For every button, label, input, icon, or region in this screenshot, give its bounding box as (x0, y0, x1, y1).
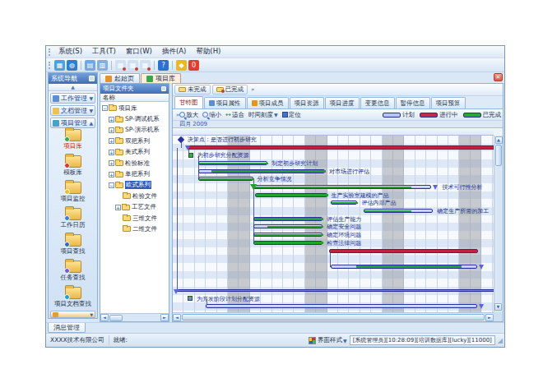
menu-item[interactable]: 帮助(H) (191, 46, 225, 58)
task-bar[interactable] (253, 185, 431, 189)
sidebar-bottom-group[interactable]: ▼ (50, 311, 95, 318)
menu-item[interactable]: 系统(S) (53, 46, 87, 58)
task-bar[interactable] (198, 177, 253, 181)
tree-item-项目库[interactable]: −项目库 (100, 103, 169, 113)
task-bar[interactable] (255, 193, 327, 197)
tree-item-美式系列[interactable]: +美式系列 (100, 147, 169, 158)
tree-item-双把系列[interactable]: +双把系列 (100, 136, 169, 146)
expander-icon[interactable]: − (109, 182, 114, 188)
scroll-thumb[interactable] (182, 314, 485, 321)
chevron-icon[interactable]: ▲ (89, 120, 93, 126)
gantt-tab-甘特图[interactable]: 甘特图 (174, 96, 203, 108)
gantt-tab-项目进度[interactable]: 项目进度 (325, 97, 360, 108)
tree-item-SP-调试机系[interactable]: +SP-调试机系 (100, 113, 169, 124)
chevron-more-icon[interactable]: » (251, 86, 254, 93)
tree-horizontal-scrollbar[interactable]: ◄ ► (100, 313, 169, 321)
expander-icon[interactable]: + (109, 127, 114, 133)
task-bar[interactable] (331, 265, 477, 269)
tree-item-单把系列[interactable]: +单把系列 (100, 168, 169, 179)
task-bar[interactable] (253, 241, 323, 245)
gantt-tab-暂停信息[interactable]: 暂停信息 (396, 97, 430, 108)
sidebar-item-任务查找[interactable]: 任务查找 (49, 261, 97, 286)
expander-icon[interactable]: + (109, 160, 114, 166)
expander-icon[interactable]: + (109, 172, 114, 178)
sidebar-item-模板库[interactable]: 模板库 (49, 155, 97, 181)
locate-button[interactable]: 定位 (282, 111, 301, 119)
task-bar[interactable] (198, 169, 325, 173)
lock-icon[interactable]: ◆ (176, 60, 187, 71)
menu-item[interactable]: 插件(A) (157, 46, 191, 58)
globe-icon[interactable]: ◍ (67, 60, 77, 71)
scroll-right-icon[interactable]: ► (160, 314, 169, 321)
sidebar-group-工作管理[interactable]: 工作管理▼ (50, 93, 95, 104)
gantt-tab-变更信息[interactable]: 变更信息 (360, 97, 395, 108)
task-bar[interactable] (253, 224, 323, 228)
gantt-tab-项目属性[interactable]: 项目属性 (204, 97, 246, 108)
scroll-left-icon[interactable]: ◄ (173, 314, 181, 321)
sidebar-item-项目查找[interactable]: 项目查找 (49, 234, 97, 260)
sidebar-item-项目库[interactable]: 项目库 (49, 129, 97, 154)
close-icon[interactable]: ✕ (494, 73, 503, 81)
zoom-in-button[interactable]: 放大 (179, 111, 198, 119)
task-bar[interactable] (253, 233, 323, 237)
chevron-icon[interactable]: ▼ (89, 95, 93, 101)
pin-icon[interactable] (89, 76, 95, 81)
scroll-down-icon[interactable]: ▼ (494, 303, 502, 311)
expander-icon[interactable]: + (109, 138, 114, 144)
task-bar[interactable] (206, 304, 477, 308)
task-bar[interactable] (198, 161, 267, 165)
scroll-left-icon[interactable]: ◄ (100, 314, 109, 321)
expander-icon[interactable]: + (109, 150, 114, 155)
gantt-tab-项目预算[interactable]: 项目预算 (431, 97, 466, 108)
expander-icon[interactable]: − (102, 105, 108, 111)
summary-bar[interactable] (329, 249, 478, 253)
sidebar-group-项目管理[interactable]: 项目管理▲ (50, 118, 95, 128)
tree-item-检验标准[interactable]: +检验标准 (100, 158, 169, 168)
menu-item[interactable]: 窗口(W) (121, 46, 157, 58)
sidebar-item-项目文档查找[interactable]: 项目文档查找 (49, 287, 97, 312)
tree-item-欧式系列[interactable]: −欧式系列 (100, 180, 169, 191)
scroll-thumb[interactable] (109, 315, 123, 321)
task-bar[interactable] (364, 209, 433, 213)
chevron-icon[interactable]: ▼ (89, 108, 93, 113)
tab-项目库[interactable]: 项目库 (141, 73, 181, 83)
style-label[interactable]: 界面样式 (318, 336, 342, 344)
folder-save-icon[interactable]: ▥ (97, 60, 108, 71)
chevron-down-icon[interactable]: ▼ (343, 338, 347, 344)
folder-open-icon[interactable]: ▤ (85, 60, 95, 71)
task-bar[interactable] (253, 217, 323, 221)
filter-button-未完成[interactable]: 未完成 (174, 85, 211, 95)
tree-item-工艺文件[interactable]: +工艺文件 (100, 202, 169, 213)
sidebar-group-文档管理[interactable]: 文档管理▼ (50, 105, 95, 116)
scroll-thumb[interactable] (495, 145, 502, 166)
zoom-out-button[interactable]: 缩小 (202, 111, 221, 119)
filter-button-已完成[interactable]: 已完成 (212, 85, 248, 95)
tab-起始页[interactable]: 起始页 (100, 73, 140, 83)
task-bar[interactable] (331, 201, 357, 205)
scroll-up-icon[interactable]: ▲ (495, 136, 503, 144)
gantt-vertical-scrollbar[interactable]: ▲ ▼ (494, 136, 503, 312)
gantt-horizontal-scrollbar[interactable]: ◄ ► (173, 312, 494, 321)
expander-icon[interactable]: + (109, 117, 114, 122)
tree-item-二维文件[interactable]: 二维文件 (100, 224, 169, 234)
sidebar-item-工作日历[interactable]: 工作日历 (49, 208, 97, 233)
fit-button[interactable]: ↔适合 (225, 111, 244, 119)
report-new-icon[interactable]: ▦ (115, 60, 126, 71)
tree-item-检验文件[interactable]: 检验文件 (100, 191, 169, 201)
report-del-icon[interactable]: ▦ (140, 60, 151, 71)
tree-item-SP-演示机系[interactable]: +SP-演示机系 (100, 125, 169, 136)
screen-icon[interactable]: ▦ (54, 60, 65, 71)
menu-item[interactable]: 工具(T) (87, 46, 121, 58)
summary-bar[interactable] (188, 145, 494, 150)
help-icon[interactable]: ? (158, 60, 169, 71)
tree-item-三维文件[interactable]: 三维文件 (100, 213, 169, 224)
sidebar-collapse-strip[interactable]: ▲ (49, 84, 97, 91)
expander-icon[interactable]: + (115, 205, 121, 210)
timescale-dropdown[interactable]: 时间刻度▼ (248, 111, 278, 119)
gantt-tab-项目资源[interactable]: 项目资源 (290, 97, 324, 108)
pin-icon[interactable] (161, 86, 166, 91)
sidebar-item-项目监控[interactable]: 项目监控 (49, 182, 97, 207)
gantt-tab-项目成员[interactable]: 项目成员 (247, 97, 289, 108)
scroll-right-icon[interactable]: ► (485, 314, 494, 321)
message-manager-tab[interactable]: 消息管理 (48, 323, 86, 333)
